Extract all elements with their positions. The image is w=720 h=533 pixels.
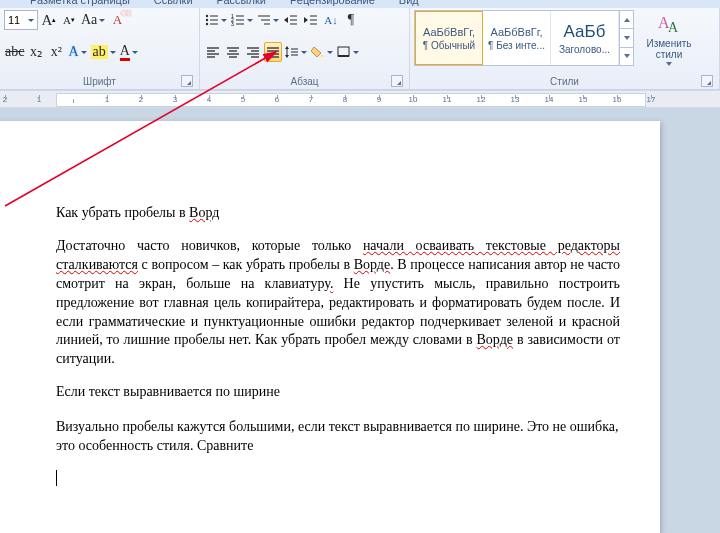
change-case-icon: Aa xyxy=(81,13,97,27)
text-effects-icon: A xyxy=(68,45,78,59)
ribbon-tabs: Разметка страницы Ссылки Рассылки Реценз… xyxy=(0,0,720,8)
gallery-down[interactable] xyxy=(620,29,633,47)
borders-button[interactable] xyxy=(336,42,360,62)
group-paragraph-label: Абзац xyxy=(204,74,405,89)
group-styles: АаБбВвГг, ¶ Обычный АаБбВвГг, ¶ Без инте… xyxy=(410,8,720,89)
increase-indent-icon xyxy=(304,14,318,26)
increase-indent-button[interactable] xyxy=(302,10,320,30)
decrease-indent-icon xyxy=(284,14,298,26)
styles-gallery[interactable]: АаБбВвГг, ¶ Обычный АаБбВвГг, ¶ Без инте… xyxy=(414,10,634,66)
strikethrough-icon: abc xyxy=(5,45,24,59)
line-spacing-icon xyxy=(285,46,299,58)
grow-font-button[interactable]: A▴ xyxy=(40,10,58,30)
change-styles-button[interactable]: A A Изменить стили xyxy=(638,10,700,68)
numbering-button[interactable]: 123 xyxy=(230,10,254,30)
align-right-icon xyxy=(246,46,260,58)
ribbon: 11 A▴ A▾ Aa A ⌫ abc x₂ x² A ab A Шрифт xyxy=(0,8,720,90)
numbering-icon: 123 xyxy=(231,14,245,26)
styles-dialog-launcher[interactable] xyxy=(701,75,713,87)
group-paragraph: 123 A↓ ¶ xyxy=(200,8,410,89)
svg-point-4 xyxy=(206,23,208,25)
ruler-ticks: 211234567891011121314151617 xyxy=(0,91,668,107)
tab-mailings[interactable]: Рассылки xyxy=(207,0,276,8)
show-marks-button[interactable]: ¶ xyxy=(342,10,360,30)
change-styles-icon: A A xyxy=(656,12,682,36)
highlight-icon: ab xyxy=(91,45,108,59)
tab-references[interactable]: Ссылки xyxy=(144,0,203,8)
document-background: Как убрать пробелы в Ворд Достаточно час… xyxy=(0,108,720,533)
style-heading1[interactable]: АаБб Заголово... xyxy=(551,11,619,65)
gallery-up[interactable] xyxy=(620,11,633,29)
svg-point-0 xyxy=(206,15,208,17)
subscript-button[interactable]: x₂ xyxy=(27,42,45,62)
superscript-button[interactable]: x² xyxy=(47,42,65,62)
group-font: 11 A▴ A▾ Aa A ⌫ abc x₂ x² A ab A Шрифт xyxy=(0,8,200,89)
clear-formatting-icon: A ⌫ xyxy=(113,13,122,27)
svg-marker-19 xyxy=(304,17,308,23)
text-cursor xyxy=(56,470,57,486)
doc-title[interactable]: Как убрать пробелы в Ворд xyxy=(56,205,620,221)
shading-button[interactable] xyxy=(310,42,334,62)
chevron-up-icon xyxy=(624,18,630,22)
svg-text:A: A xyxy=(668,20,679,35)
font-size-value: 11 xyxy=(8,14,20,26)
change-case-button[interactable]: Aa xyxy=(80,10,106,30)
decrease-indent-button[interactable] xyxy=(282,10,300,30)
style-normal[interactable]: АаБбВвГг, ¶ Обычный xyxy=(415,11,483,65)
chevron-down-icon xyxy=(624,36,630,40)
shrink-font-button[interactable]: A▾ xyxy=(60,10,78,30)
bullets-button[interactable] xyxy=(204,10,228,30)
group-font-label: Шрифт xyxy=(4,74,195,89)
shrink-font-icon: A xyxy=(63,15,71,26)
paragraph-dialog-launcher[interactable] xyxy=(391,75,403,87)
grow-font-icon: A xyxy=(42,13,53,28)
doc-paragraph-1[interactable]: Достаточно часто новичков, которые тольк… xyxy=(56,237,620,369)
tab-view[interactable]: Вид xyxy=(389,0,429,8)
chevron-down-icon xyxy=(666,62,672,66)
doc-paragraph-2[interactable]: Если текст выравнивается по ширине xyxy=(56,383,620,402)
pilcrow-icon: ¶ xyxy=(348,13,354,27)
sort-icon: A↓ xyxy=(324,15,337,26)
gallery-more[interactable] xyxy=(620,48,633,65)
line-spacing-button[interactable] xyxy=(284,42,308,62)
align-center-icon xyxy=(226,46,240,58)
tab-page-layout[interactable]: Разметка страницы xyxy=(20,0,140,8)
align-left-icon xyxy=(206,46,220,58)
group-styles-label: Стили xyxy=(414,74,715,89)
svg-text:3: 3 xyxy=(231,21,234,26)
highlight-button[interactable]: ab xyxy=(90,42,117,62)
align-center-button[interactable] xyxy=(224,42,242,62)
strikethrough-button[interactable]: abc xyxy=(4,42,25,62)
sort-button[interactable]: A↓ xyxy=(322,10,340,30)
document-page[interactable]: Как убрать пробелы в Ворд Достаточно час… xyxy=(0,121,660,533)
align-right-button[interactable] xyxy=(244,42,262,62)
multilevel-icon xyxy=(257,14,271,26)
clear-formatting-button[interactable]: A ⌫ xyxy=(108,10,126,30)
font-dialog-launcher[interactable] xyxy=(181,75,193,87)
multilevel-list-button[interactable] xyxy=(256,10,280,30)
horizontal-ruler[interactable]: 211234567891011121314151617 xyxy=(0,90,720,108)
bullets-icon xyxy=(205,14,219,26)
svg-rect-45 xyxy=(321,55,324,57)
subscript-icon: x₂ xyxy=(30,45,43,59)
font-color-button[interactable]: A xyxy=(119,42,139,62)
svg-rect-46 xyxy=(338,47,349,56)
svg-marker-15 xyxy=(284,17,288,23)
justify-button[interactable] xyxy=(264,42,282,62)
tab-review[interactable]: Рецензирование xyxy=(280,0,385,8)
align-left-button[interactable] xyxy=(204,42,222,62)
doc-paragraph-3[interactable]: Визуально пробелы кажутся большими, если… xyxy=(56,418,620,456)
font-color-icon: A xyxy=(120,44,130,61)
style-no-spacing[interactable]: АаБбВвГг, ¶ Без инте... xyxy=(483,11,551,65)
chevron-down-icon xyxy=(624,54,630,58)
svg-point-2 xyxy=(206,19,208,21)
font-size-combo[interactable]: 11 xyxy=(4,10,38,30)
superscript-icon: x² xyxy=(51,45,62,59)
shading-icon xyxy=(311,46,325,58)
justify-icon xyxy=(266,46,280,58)
borders-icon xyxy=(337,46,351,58)
gallery-scroll[interactable] xyxy=(619,11,633,65)
text-effects-button[interactable]: A xyxy=(67,42,87,62)
